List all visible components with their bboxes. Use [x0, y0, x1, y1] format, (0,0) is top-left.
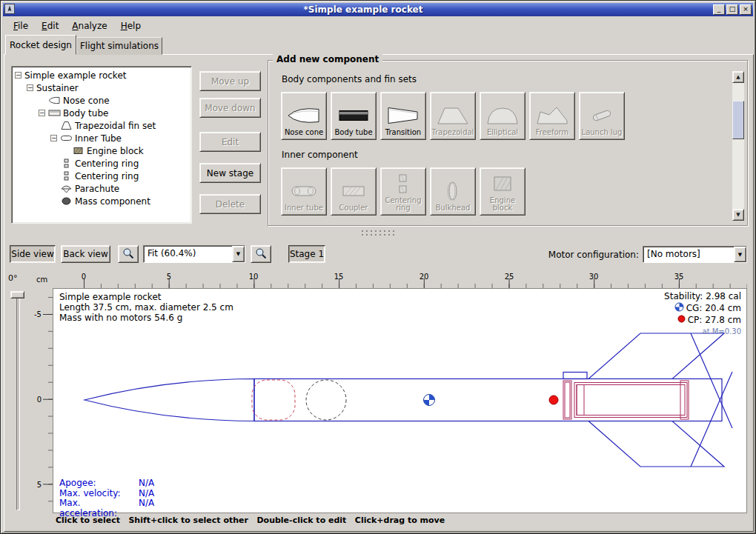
splitter-handle[interactable]	[361, 230, 397, 236]
launch-lug-shape	[563, 373, 587, 379]
scrollbar-thumb[interactable]	[732, 101, 744, 139]
tree-collapse-icon[interactable]: −	[15, 72, 21, 79]
button-label: Nose cone	[285, 129, 323, 136]
add-transition-button[interactable]: Transition	[380, 92, 426, 140]
rotation-slider-thumb[interactable]	[10, 291, 24, 298]
rocket-canvas[interactable]: Simple example rocket Length 37.5 cm, ma…	[53, 288, 747, 513]
tree-item-sustainer[interactable]: − Sustainer	[27, 81, 190, 94]
scrollbar[interactable]: ▲ ▼	[732, 71, 744, 221]
tree-item-mass-component[interactable]: Mass component	[50, 195, 190, 207]
zoom-level-select[interactable]: Fit (60.4%) ▼	[143, 245, 245, 263]
apogee-value: N/A	[139, 478, 154, 489]
move-up-button: Move up	[199, 71, 261, 91]
inner-component-label: Inner component	[282, 150, 358, 160]
interaction-hints: Click to select Shift+click to select ot…	[56, 515, 445, 525]
delete-button: Delete	[199, 194, 261, 214]
tree-item-fin-set[interactable]: Trapezoidal fin set	[50, 119, 190, 132]
add-nose-cone-button[interactable]: Nose cone	[281, 92, 327, 140]
ruler-tick-label: 0	[33, 396, 42, 404]
button-label: Inner tube	[285, 204, 323, 212]
ruler-tick-label: 25	[505, 273, 514, 281]
rocket-outline	[84, 333, 732, 467]
tree-item-label: Trapezoidal fin set	[75, 121, 156, 131]
add-inner-tube-button: Inner tube	[281, 167, 327, 216]
tree-collapse-icon[interactable]: −	[27, 84, 33, 91]
button-label: Launch lug	[582, 129, 623, 136]
stability-value: Stability: 2.98 cal	[664, 291, 741, 302]
body-tube-icon	[336, 104, 371, 127]
cp-icon	[677, 315, 686, 326]
tree-item-body-tube[interactable]: − Body tube	[39, 107, 190, 119]
tree-collapse-icon[interactable]: −	[39, 110, 45, 116]
ruler-tick-label: 5	[167, 273, 171, 281]
body-tube-icon	[48, 108, 61, 118]
close-icon[interactable]: ×	[740, 4, 752, 15]
cp-value: CP: 27.8 cm	[688, 315, 741, 326]
chevron-down-icon[interactable]: ▼	[734, 247, 746, 262]
body-components-label: Body components and fin sets	[282, 74, 417, 84]
minimize-icon[interactable]: _	[713, 4, 725, 15]
menu-help[interactable]: Help	[114, 19, 147, 33]
tree-item-label: Sustainer	[36, 83, 79, 93]
tree-item-nose-cone[interactable]: Nose cone	[39, 94, 190, 107]
tree-item-label: Parachute	[75, 184, 119, 194]
mass-component-shape	[306, 380, 346, 420]
new-stage-button[interactable]: New stage	[199, 163, 261, 183]
side-view-button[interactable]: Side view	[10, 245, 56, 263]
zoom-in-button[interactable]	[251, 245, 271, 263]
ruler-tick-label: 30	[589, 273, 599, 281]
nose-cone-icon	[48, 96, 61, 105]
motor-mount-shapes	[563, 381, 689, 419]
back-view-button[interactable]: Back view	[61, 245, 110, 263]
add-centering-ring-button: Centering ring	[380, 167, 426, 216]
freeform-fin-icon	[534, 104, 570, 127]
tree-item-label: Simple example rocket	[24, 70, 126, 81]
scroll-down-icon[interactable]: ▼	[732, 209, 744, 221]
nose-cone-icon	[286, 104, 322, 127]
menu-edit[interactable]: Edit	[35, 19, 65, 33]
tree-item-rocket[interactable]: − Simple example rocket	[15, 69, 190, 81]
edit-button: Edit	[199, 132, 261, 152]
stage-1-toggle[interactable]: Stage 1	[288, 245, 325, 263]
tree-item-parachute[interactable]: Parachute	[50, 182, 190, 195]
centering-ring-icon	[385, 172, 421, 196]
zoom-value: Fit (60.4%)	[144, 246, 232, 262]
horizontal-ruler: 0 5 10 15 20 25 30 35	[53, 272, 747, 288]
engine-block-icon	[72, 146, 84, 156]
add-body-tube-button[interactable]: Body tube	[331, 92, 377, 140]
fin-set-icon	[60, 121, 73, 130]
stability-block: Stability: 2.98 cal CG: 20.4 cm CP: 27.8…	[664, 291, 741, 337]
tree-collapse-icon[interactable]: −	[50, 135, 57, 141]
tree-item-centering-ring[interactable]: Centering ring	[50, 157, 190, 170]
button-label: Body tube	[334, 129, 372, 136]
maximize-icon[interactable]: □	[726, 4, 738, 15]
parachute-shape	[252, 380, 295, 420]
mach-label: at M=0.30	[703, 326, 742, 337]
ruler-tick-label: -5	[33, 310, 42, 318]
rotation-slider-track[interactable]	[16, 291, 20, 510]
inner-tube-icon	[286, 179, 322, 203]
add-trapezoidal-fin-button: Trapezoidal	[430, 92, 476, 140]
tree-item-label: Inner Tube	[75, 133, 122, 144]
motor-configuration-select[interactable]: [No motors] ▼	[643, 246, 747, 263]
mass-component-icon	[60, 196, 73, 206]
tree-item-engine-block[interactable]: Engine block	[62, 144, 190, 157]
menu-analyze[interactable]: Analyze	[65, 19, 113, 33]
zoom-out-button[interactable]	[118, 245, 139, 263]
add-component-group: Add new component Body components and fi…	[268, 60, 748, 226]
max-velocity-value: N/A	[139, 489, 154, 499]
ruler-tick-label: 20	[420, 273, 429, 281]
scroll-up-icon[interactable]: ▲	[732, 71, 744, 83]
menu-file[interactable]: File	[7, 19, 35, 33]
button-label: Elliptical	[487, 129, 518, 136]
ruler-tick-label: 35	[674, 273, 684, 281]
component-tree[interactable]: − Simple example rocket − Sustainer Nose…	[11, 66, 192, 224]
tab-flight-simulations[interactable]: Flight simulations	[76, 37, 162, 55]
bulkhead-icon	[435, 179, 471, 203]
tree-item-inner-tube[interactable]: − Inner Tube	[50, 132, 190, 144]
tree-item-centering-ring[interactable]: Centering ring	[50, 170, 190, 182]
titlebar[interactable]: *Simple example rocket _ □ ×	[3, 3, 753, 16]
ruler-tick-label: 5	[33, 481, 42, 489]
tab-rocket-design[interactable]: Rocket design	[5, 35, 76, 55]
chevron-down-icon[interactable]: ▼	[232, 246, 245, 262]
